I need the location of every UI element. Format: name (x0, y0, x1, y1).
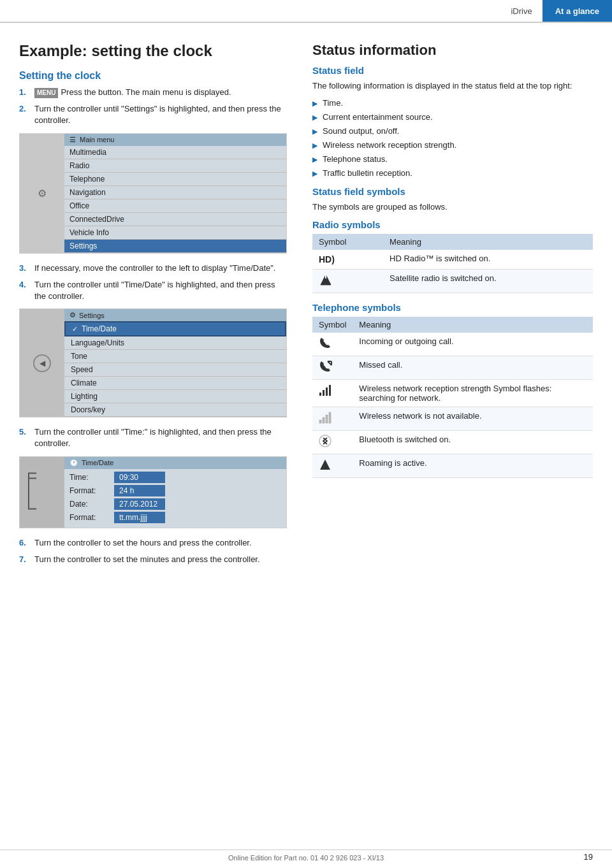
bluetooth-icon (319, 435, 332, 447)
svg-rect-10 (319, 420, 321, 423)
step-text-6: Turn the controller to set the hours and… (34, 537, 287, 549)
roaming-icon (319, 458, 332, 471)
bullet-text-4: Wireless network reception strength. (323, 140, 456, 151)
settings-screenshot: ◀ ⚙ Settings ✓ Time/Date Language/Units … (19, 308, 287, 417)
step-num-1: 1. (19, 87, 29, 98)
timedate-title-bar: 🕐 Time/Date (64, 457, 286, 469)
main-content: Example: setting the clock Setting the c… (0, 23, 612, 591)
bracket-line (27, 472, 39, 512)
nav-left-arrow: ◀ (33, 354, 51, 372)
settings-row-language: Language/Units (64, 336, 286, 350)
main-menu-title: Main menu (80, 136, 114, 143)
bullet-text-1: Time. (323, 98, 343, 109)
menu-item-radio: Radio (64, 159, 286, 173)
step-num-6: 6. (19, 537, 29, 549)
tel-row-bluetooth: Bluetooth is switched on. (312, 431, 593, 454)
svg-rect-9 (329, 385, 331, 396)
radio-symbol-table: Symbol Meaning HD) HD Radio™ is switched… (312, 234, 593, 293)
menu-item-connecteddrive: ConnectedDrive (64, 213, 286, 226)
svg-rect-7 (323, 390, 324, 396)
settings-row-timedate: ✓ Time/Date (64, 321, 286, 336)
format1-label: Format: (69, 486, 114, 495)
footer: Online Edition for Part no. 01 40 2 926 … (0, 850, 612, 862)
menu-item-office: Office (64, 199, 286, 213)
tel-row-signal-strong: Wireless network reception strength Symb… (312, 380, 593, 407)
tel-call-symbol (312, 333, 353, 356)
status-field-symbols-heading: Status field symbols (312, 186, 593, 197)
steps-6-7: 6. Turn the controller to set the hours … (19, 537, 287, 565)
missed-call-icon (319, 360, 333, 373)
bullet-text-6: Traffic bulletin reception. (323, 168, 412, 179)
radio-row-satellite: Satellite radio is switched on. (312, 270, 593, 293)
tel-bluetooth-symbol (312, 431, 353, 454)
page-number: 19 (584, 852, 593, 862)
tel-table-meaning-header: Meaning (353, 317, 593, 333)
settings-item-timedate: Time/Date (82, 324, 117, 333)
date-value: 27.05.2012 (114, 498, 165, 510)
left-column: Example: setting the clock Setting the c… (19, 42, 287, 572)
bullet-time: ▶ Time. (312, 98, 593, 109)
step-text-7: Turn the controller to set the minutes a… (34, 554, 287, 565)
timedate-row-date: Date: 27.05.2012 (69, 498, 281, 510)
telephone-symbol-table: Symbol Meaning Incoming or outgoing call… (312, 317, 593, 478)
timedate-right-panel: 🕐 Time/Date Time: 09:30 Format: 24 h Dat… (64, 457, 286, 528)
step-2: 2. Turn the controller until "Settings" … (19, 103, 287, 126)
format2-label: Format: (69, 513, 114, 522)
bullet-traffic: ▶ Traffic bulletin reception. (312, 168, 593, 179)
menu-item-settings: Settings (64, 240, 286, 253)
timedate-screenshot: 🕐 Time/Date Time: 09:30 Format: 24 h Dat… (19, 456, 287, 528)
main-menu-items: Multimedia Radio Telephone Navigation Of… (64, 146, 286, 253)
svg-rect-12 (326, 415, 328, 423)
radio-hd-meaning: HD Radio™ is switched on. (383, 250, 593, 270)
step-1: 1. MENUPress the button. The main menu i… (19, 87, 287, 98)
step-text-1: MENUPress the button. The main menu is d… (34, 87, 287, 98)
tel-signal-weak-symbol (312, 407, 353, 431)
menu-button-icon: MENU (34, 88, 58, 98)
tel-call-meaning: Incoming or outgoing call. (353, 333, 593, 356)
menu-item-navigation: Navigation (64, 186, 286, 199)
timedate-row-time: Time: 09:30 (69, 472, 281, 483)
bullet-arrow-3: ▶ (312, 127, 317, 137)
settings-row-speed: Speed (64, 363, 286, 377)
bullet-text-2: Current entertainment source. (323, 112, 433, 123)
tel-missed-meaning: Missed call. (353, 356, 593, 380)
bullet-telephone: ▶ Telephone status. (312, 154, 593, 165)
settings-gear-icon: ⚙ (69, 311, 76, 319)
header-ataglance: At a glance (543, 0, 612, 22)
status-field-heading: Status field (312, 65, 593, 76)
tel-missed-symbol (312, 356, 353, 380)
header: iDrive At a glance (0, 0, 612, 23)
bullet-entertainment: ▶ Current entertainment source. (312, 112, 593, 123)
step-5-list: 5. Turn the controller until "Time:" is … (19, 426, 287, 449)
time-label: Time: (69, 473, 114, 482)
checkmark-icon: ✓ (72, 325, 78, 333)
status-field-symbols-desc: The symbols are grouped as follows. (312, 201, 593, 213)
menu-item-telephone: Telephone (64, 173, 286, 186)
bullet-wireless: ▶ Wireless network reception strength. (312, 140, 593, 151)
radio-satellite-symbol (312, 270, 383, 293)
header-idrive: iDrive (500, 0, 542, 22)
tel-row-call: Incoming or outgoing call. (312, 333, 593, 356)
phone-icon (319, 336, 332, 349)
tel-signal-strong-meaning: Wireless network reception strength Symb… (353, 380, 593, 407)
bullet-arrow-2: ▶ (312, 113, 317, 123)
tel-row-missed: Missed call. (312, 356, 593, 380)
bullet-text-3: Sound output, on/off. (323, 126, 399, 137)
settings-row-lighting: Lighting (64, 390, 286, 403)
step-text-5: Turn the controller until "Time:" is hig… (34, 426, 287, 449)
settings-row-climate: Climate (64, 377, 286, 390)
svg-point-14 (319, 435, 331, 447)
step-6: 6. Turn the controller to set the hours … (19, 537, 287, 549)
bullet-text-5: Telephone status. (323, 154, 388, 165)
time-value: 09:30 (114, 472, 165, 483)
timedate-row-format1: Format: 24 h (69, 485, 281, 496)
step-4: 4. Turn the controller until "Time/Date"… (19, 279, 287, 302)
steps-list: 1. MENUPress the button. The main menu i… (19, 87, 287, 127)
step-num-5: 5. (19, 426, 29, 449)
step-num-3: 3. (19, 263, 29, 274)
settings-left-panel: ◀ (20, 309, 64, 417)
format2-value: tt.mm.jjjj (114, 512, 165, 523)
status-field-bullets: ▶ Time. ▶ Current entertainment source. … (312, 98, 593, 180)
timedate-clock-icon: 🕐 (69, 459, 78, 467)
gear-icon: ⚙ (38, 187, 47, 199)
